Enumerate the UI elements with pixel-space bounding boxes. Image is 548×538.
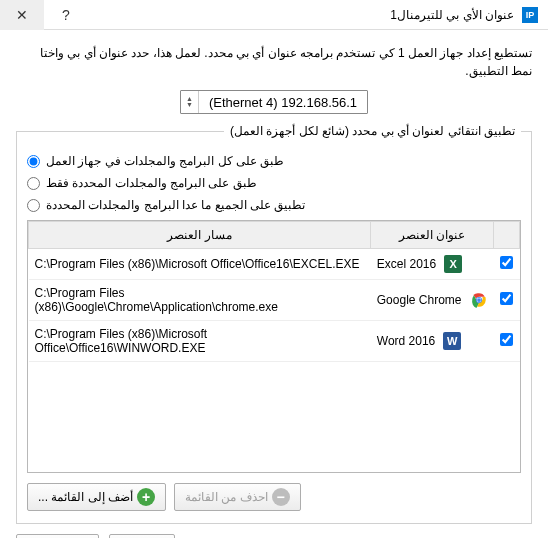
row-path-cell: C:\Program Files (x86)\Google\Chrome\App… — [29, 280, 371, 321]
radio-apply-except-input[interactable] — [27, 199, 40, 212]
group-legend: تطبيق انتقائي لعنوان أي بي محدد (شائع لك… — [224, 124, 521, 138]
radio-apply-all-input[interactable] — [27, 155, 40, 168]
radio-apply-all[interactable]: طبق على كل البرامج والمجلدات في جهاز الع… — [27, 154, 521, 168]
table-row[interactable]: WWord 2016C:\Program Files (x86)\Microso… — [29, 321, 520, 362]
programs-table: عنوان العنصر مسار العنصر XExcel 2016C:\P… — [28, 221, 520, 362]
close-button[interactable]: ✕ — [0, 0, 44, 30]
radio-apply-selected-input[interactable] — [27, 177, 40, 190]
add-button-label: أضف إلى القائمة ... — [38, 490, 133, 504]
row-path-cell: C:\Program Files (x86)\Microsoft Office\… — [29, 249, 371, 280]
row-name: Google Chrome — [377, 293, 462, 307]
delete-from-list-button[interactable]: − احذف من القائمة — [174, 483, 301, 511]
table-empty-space — [28, 362, 520, 472]
row-checkbox[interactable] — [500, 292, 513, 305]
table-row[interactable]: XExcel 2016C:\Program Files (x86)\Micros… — [29, 249, 520, 280]
app-icon: IP — [522, 7, 538, 23]
row-name: Excel 2016 — [377, 257, 436, 271]
row-name-cell: XExcel 2016 — [371, 249, 494, 280]
row-checkbox-cell — [494, 280, 520, 321]
minus-icon: − — [272, 488, 290, 506]
radio-apply-selected-label: طبق على البرامج والمجلدات المحددة فقط — [46, 176, 257, 190]
spin-icon[interactable]: ▲▼ — [181, 91, 199, 113]
col-path: مسار العنصر — [29, 222, 371, 249]
ip-address-selector[interactable]: ▲▼ (Ethernet 4) 192.168.56.1 — [180, 90, 368, 114]
app-row-icon: W — [443, 332, 461, 350]
row-path-cell: C:\Program Files (x86)\Microsoft Office\… — [29, 321, 371, 362]
radio-apply-except-label: تطبيق على الجميع ما عدا البرامج والمجلدا… — [46, 198, 305, 212]
col-check — [494, 222, 520, 249]
ok-button[interactable]: OK — [109, 534, 174, 538]
plus-icon: + — [137, 488, 155, 506]
add-to-list-button[interactable]: + أضف إلى القائمة ... — [27, 483, 166, 511]
programs-table-wrap: عنوان العنصر مسار العنصر XExcel 2016C:\P… — [27, 220, 521, 473]
instruction-text: تستطيع إعداد جهاز العمل 1 كي تستخدم برام… — [16, 44, 532, 80]
selective-apply-group: تطبيق انتقائي لعنوان أي بي محدد (شائع لك… — [16, 124, 532, 524]
titlebar: IP عنوان الأي بي للتيرمنال1 ? ✕ — [0, 0, 548, 30]
app-row-icon: X — [444, 255, 462, 273]
delete-button-label: احذف من القائمة — [185, 490, 268, 504]
row-checkbox-cell — [494, 321, 520, 362]
radio-apply-selected[interactable]: طبق على البرامج والمجلدات المحددة فقط — [27, 176, 521, 190]
chrome-icon — [470, 291, 488, 309]
svg-point-3 — [477, 298, 481, 302]
row-name-cell: WWord 2016 — [371, 321, 494, 362]
col-name: عنوان العنصر — [371, 222, 494, 249]
row-name: Word 2016 — [377, 334, 435, 348]
app-row-icon — [470, 291, 488, 309]
radio-apply-all-label: طبق على كل البرامج والمجلدات في جهاز الع… — [46, 154, 284, 168]
help-button[interactable]: ? — [44, 0, 88, 30]
ip-address-label: (Ethernet 4) 192.168.56.1 — [199, 95, 367, 110]
row-checkbox[interactable] — [500, 333, 513, 346]
row-checkbox-cell — [494, 249, 520, 280]
row-name-cell: Google Chrome — [371, 280, 494, 321]
row-checkbox[interactable] — [500, 256, 513, 269]
window-title: عنوان الأي بي للتيرمنال1 — [390, 8, 514, 22]
table-row[interactable]: Google ChromeC:\Program Files (x86)\Goog… — [29, 280, 520, 321]
radio-apply-except[interactable]: تطبيق على الجميع ما عدا البرامج والمجلدا… — [27, 198, 521, 212]
cancel-button[interactable]: Cancel — [16, 534, 99, 538]
